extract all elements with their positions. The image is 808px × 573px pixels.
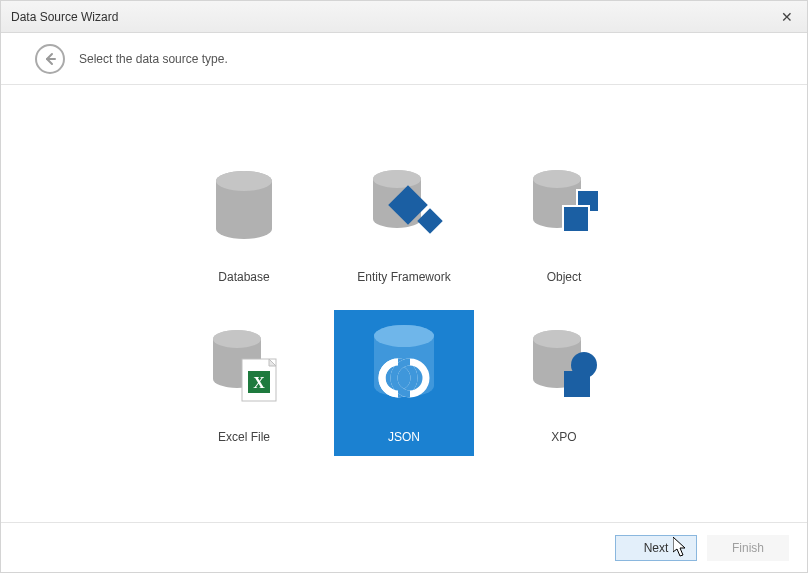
subheader: Select the data source type. (1, 33, 807, 85)
body-area: Database (1, 85, 807, 522)
next-button-label: Next (644, 541, 669, 555)
tile-xpo[interactable]: XPO (494, 310, 634, 456)
next-button[interactable]: Next (615, 535, 697, 561)
xpo-icon (494, 310, 634, 424)
svg-point-13 (213, 330, 261, 348)
tile-label: JSON (388, 430, 420, 444)
excel-file-icon: X (174, 310, 314, 424)
entity-framework-icon (334, 150, 474, 264)
tile-label: Excel File (218, 430, 270, 444)
back-button[interactable] (35, 44, 65, 74)
svg-point-1 (216, 171, 272, 191)
svg-rect-5 (417, 208, 442, 233)
svg-rect-24 (564, 371, 590, 397)
footer: Next Finish (1, 522, 807, 572)
close-button[interactable]: ✕ (777, 7, 797, 27)
svg-rect-11 (564, 207, 588, 231)
arrow-left-icon (43, 52, 57, 66)
wizard-window: Data Source Wizard ✕ Select the data sou… (0, 0, 808, 573)
svg-point-7 (533, 170, 581, 188)
close-icon: ✕ (781, 9, 793, 25)
svg-point-18 (374, 325, 434, 347)
tile-label: Object (547, 270, 582, 284)
tile-excel-file[interactable]: X Excel File (174, 310, 314, 456)
tile-database[interactable]: Database (174, 150, 314, 296)
svg-text:X: X (253, 374, 265, 391)
finish-button: Finish (707, 535, 789, 561)
database-icon (174, 150, 314, 264)
object-icon (494, 150, 634, 264)
window-title: Data Source Wizard (11, 10, 777, 24)
tile-label: Database (218, 270, 269, 284)
instruction-text: Select the data source type. (79, 52, 228, 66)
svg-point-3 (373, 170, 421, 188)
finish-button-label: Finish (732, 541, 764, 555)
titlebar: Data Source Wizard ✕ (1, 1, 807, 33)
tile-object[interactable]: Object (494, 150, 634, 296)
tile-entity-framework[interactable]: Entity Framework (334, 150, 474, 296)
tile-label: Entity Framework (357, 270, 450, 284)
json-icon (334, 310, 474, 424)
tile-json[interactable]: JSON (334, 310, 474, 456)
svg-point-22 (533, 330, 581, 348)
source-type-grid: Database (164, 144, 644, 464)
tile-label: XPO (551, 430, 576, 444)
